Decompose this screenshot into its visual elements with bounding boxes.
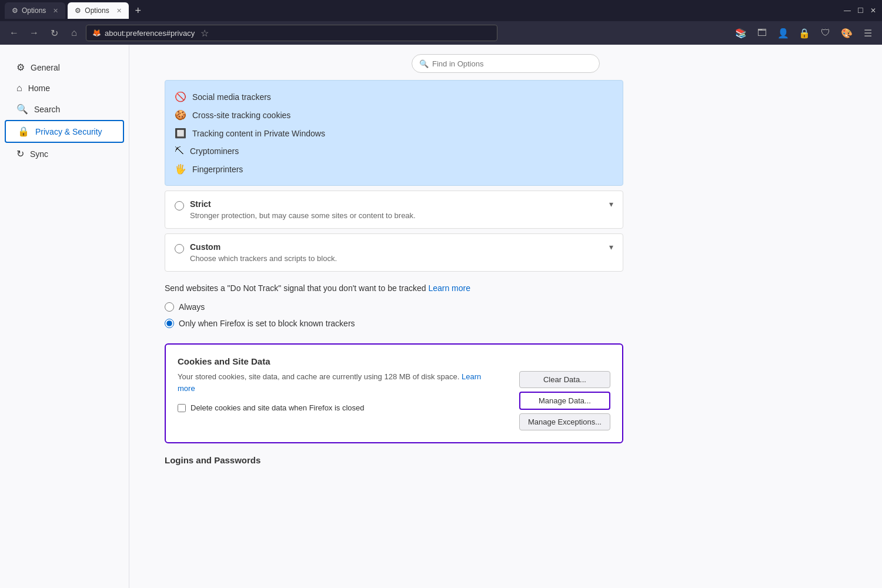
main-layout: ⚙ General ⌂ Home 🔍 Search 🔒 Privacy & Se… (0, 45, 882, 588)
close-button[interactable]: ✕ (869, 6, 877, 15)
tracker-cryptominers: ⛏ Cryptominers (175, 142, 613, 160)
account-icon[interactable]: 👤 (775, 25, 791, 41)
sidebar-item-privacy-label: Privacy & Security (35, 127, 102, 136)
sidebar-item-general[interactable]: ⚙ General (5, 57, 124, 78)
sidebar-item-privacy[interactable]: 🔒 Privacy & Security (5, 120, 124, 143)
cookies-desc: Your stored cookies, site data, and cach… (178, 371, 496, 394)
tracker-private-windows: 🔲 Tracking content in Private Windows (175, 124, 613, 142)
tab-2-close[interactable]: ✕ (116, 7, 122, 15)
tab-1-icon: ⚙ (12, 6, 18, 15)
dnt-learn-more[interactable]: Learn more (428, 283, 470, 293)
sidebar: ⚙ General ⌂ Home 🔍 Search 🔒 Privacy & Se… (0, 45, 129, 588)
custom-content: Custom Choose which trackers and scripts… (190, 242, 603, 263)
dnt-text: Send websites a "Do Not Track" signal th… (165, 283, 623, 293)
search-container: 🔍 (129, 45, 882, 80)
home-icon: ⌂ (16, 83, 22, 93)
delete-cookies-label: Delete cookies and site data when Firefo… (191, 403, 365, 412)
tab-1-label: Options (22, 6, 46, 15)
custom-chevron: ▾ (609, 242, 613, 252)
address-bar[interactable]: 🦊 about:preferences#privacy ☆ (86, 25, 497, 41)
private-windows-label: Tracking content in Private Windows (192, 129, 325, 138)
tab-2[interactable]: ⚙ Options ✕ (68, 2, 128, 19)
minimize-button[interactable]: — (843, 6, 851, 15)
logins-title: Logins and Passwords (165, 455, 623, 465)
sidebar-item-general-label: General (31, 63, 60, 72)
strict-title: Strict (190, 199, 603, 209)
clear-data-button[interactable]: Clear Data... (519, 371, 610, 388)
theme-icon[interactable]: 🎨 (838, 25, 855, 41)
pocket-icon[interactable]: 🔒 (796, 25, 813, 41)
delete-cookies-checkbox[interactable] (178, 404, 186, 412)
sync-icon: ↻ (16, 148, 24, 159)
dnt-section: Send websites a "Do Not Track" signal th… (165, 283, 623, 332)
tab-1-close[interactable]: ✕ (53, 7, 58, 15)
menu-icon[interactable]: ☰ (860, 25, 876, 41)
forward-button[interactable]: → (26, 25, 42, 41)
tracking-protection-block: 🚫 Social media trackers 🍪 Cross-site tra… (165, 80, 623, 186)
cryptominer-icon: ⛏ (175, 146, 184, 156)
container-icon[interactable]: 🗔 (754, 25, 770, 41)
strict-radio[interactable] (175, 201, 184, 211)
manage-exceptions-button[interactable]: Manage Exceptions... (519, 413, 610, 430)
sidebar-item-sync[interactable]: ↻ Sync (5, 143, 124, 164)
dnt-always-radio[interactable] (165, 302, 174, 312)
dnt-description: Send websites a "Do Not Track" signal th… (165, 283, 426, 293)
tab-1[interactable]: ⚙ Options ✕ (5, 2, 65, 19)
custom-radio[interactable] (175, 244, 184, 253)
cookies-section: Cookies and Site Data Your stored cookie… (165, 343, 623, 443)
sidebar-item-sync-label: Sync (30, 149, 48, 159)
strict-option-block[interactable]: Strict Stronger protection, but may caus… (165, 191, 623, 229)
back-button[interactable]: ← (6, 25, 22, 41)
maximize-button[interactable]: ☐ (856, 6, 864, 15)
fingerprinters-label: Fingerprinters (192, 165, 243, 174)
sidebar-item-search[interactable]: 🔍 Search (5, 99, 124, 119)
cookies-left: Your stored cookies, site data, and cach… (178, 371, 496, 412)
cross-site-icon: 🍪 (175, 109, 186, 121)
library-icon[interactable]: 📚 (733, 25, 749, 41)
social-media-label: Social media trackers (192, 92, 271, 102)
content-area: 🔍 🚫 Social media trackers 🍪 Cross-site t… (129, 45, 882, 588)
dnt-only-when-label: Only when Firefox is set to block known … (179, 319, 355, 328)
social-media-icon: 🚫 (175, 91, 186, 102)
reload-button[interactable]: ↻ (46, 25, 62, 41)
search-input[interactable] (432, 59, 592, 68)
cookies-desc-text: Your stored cookies, site data, and cach… (178, 372, 459, 381)
tab-2-label: Options (85, 6, 109, 15)
toolbar-icons: 📚 🗔 👤 🔒 🛡 🎨 ☰ (733, 25, 876, 41)
tracker-cross-site: 🍪 Cross-site tracking cookies (175, 106, 613, 124)
new-tab-button[interactable]: + (131, 4, 145, 18)
fingerprinter-icon: 🖐 (175, 163, 186, 175)
custom-desc: Choose which trackers and scripts to blo… (190, 254, 603, 263)
search-box[interactable]: 🔍 (412, 54, 600, 73)
manage-data-button[interactable]: Manage Data... (519, 392, 610, 410)
private-windows-icon: 🔲 (175, 128, 186, 139)
sidebar-item-search-label: Search (34, 105, 60, 114)
nav-bar: ← → ↻ ⌂ 🦊 about:preferences#privacy ☆ 📚 … (0, 21, 882, 45)
custom-option-block[interactable]: Custom Choose which trackers and scripts… (165, 233, 623, 272)
strict-desc: Stronger protection, but may cause some … (190, 211, 603, 220)
cross-site-label: Cross-site tracking cookies (192, 111, 290, 120)
cookies-buttons: Clear Data... Manage Data... Manage Exce… (519, 371, 610, 430)
shield-icon[interactable]: 🛡 (817, 25, 834, 41)
dnt-only-when-radio[interactable] (165, 319, 174, 328)
search-icon: 🔍 (16, 103, 28, 115)
sidebar-item-home-label: Home (28, 83, 50, 93)
dnt-only-when-option[interactable]: Only when Firefox is set to block known … (165, 315, 623, 332)
dnt-always-option[interactable]: Always (165, 299, 623, 315)
cookies-title: Cookies and Site Data (178, 356, 610, 366)
address-text: about:preferences#privacy (105, 29, 195, 38)
delete-cookies-row[interactable]: Delete cookies and site data when Firefo… (178, 403, 496, 412)
bookmark-button[interactable]: ☆ (201, 28, 209, 39)
dnt-always-label: Always (179, 302, 205, 312)
tracker-social-media: 🚫 Social media trackers (175, 88, 613, 106)
cryptominers-label: Cryptominers (190, 146, 239, 156)
title-bar: ⚙ Options ✕ ⚙ Options ✕ + — ☐ ✕ (0, 0, 882, 21)
settings-content: 🚫 Social media trackers 🍪 Cross-site tra… (129, 80, 659, 489)
general-icon: ⚙ (16, 62, 25, 73)
firefox-icon: 🦊 (92, 29, 101, 37)
custom-title: Custom (190, 242, 603, 252)
strict-chevron: ▾ (609, 199, 613, 209)
home-button[interactable]: ⌂ (66, 25, 82, 41)
strict-content: Strict Stronger protection, but may caus… (190, 199, 603, 220)
sidebar-item-home[interactable]: ⌂ Home (5, 78, 124, 98)
